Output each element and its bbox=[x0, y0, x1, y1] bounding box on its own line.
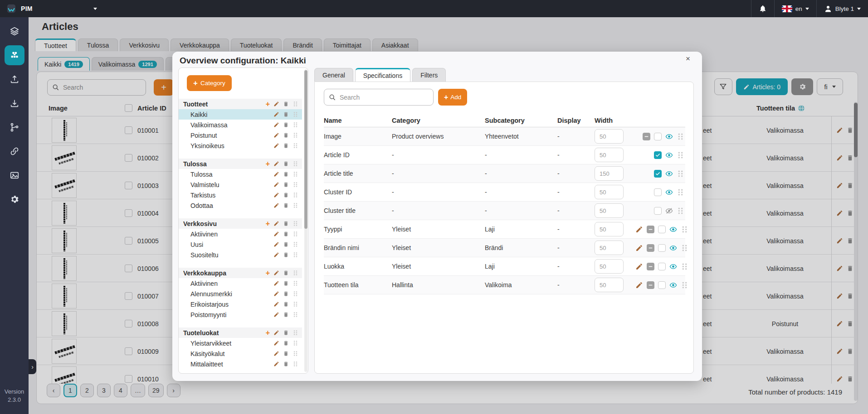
trash-icon[interactable] bbox=[283, 252, 289, 258]
tree-item-odottaa[interactable]: Odottaa bbox=[179, 200, 302, 211]
pencil-icon[interactable] bbox=[273, 171, 279, 177]
trash-icon[interactable] bbox=[283, 182, 289, 188]
trash-icon[interactable] bbox=[283, 111, 289, 117]
trash-icon[interactable] bbox=[283, 270, 289, 276]
drag-icon[interactable] bbox=[293, 231, 298, 237]
drag-icon[interactable] bbox=[293, 301, 298, 307]
modal-tab-general[interactable]: General bbox=[314, 68, 353, 82]
empty-checkbox[interactable] bbox=[654, 207, 662, 215]
add-subcategory-icon[interactable]: + bbox=[266, 101, 270, 107]
sidebar-item-download[interactable] bbox=[5, 93, 24, 113]
eye-icon[interactable] bbox=[669, 226, 677, 233]
drag-icon[interactable] bbox=[293, 312, 298, 318]
pencil-icon[interactable] bbox=[273, 161, 279, 167]
width-input[interactable] bbox=[595, 203, 624, 218]
drag-icon[interactable] bbox=[293, 330, 298, 336]
drag-icon[interactable] bbox=[293, 171, 298, 177]
drag-icon[interactable] bbox=[677, 133, 684, 140]
tree-item-alennusmerkki[interactable]: Alennusmerkki bbox=[179, 289, 302, 299]
trash-icon[interactable] bbox=[283, 192, 289, 198]
add-specification-button[interactable]: + Add bbox=[438, 89, 467, 106]
pencil-icon[interactable] bbox=[273, 291, 279, 297]
sidebar-item-workflow[interactable] bbox=[5, 117, 24, 137]
pencil-icon[interactable] bbox=[273, 301, 279, 307]
drag-icon[interactable] bbox=[293, 132, 298, 138]
user-menu[interactable]: Blyte 1 bbox=[816, 0, 868, 17]
drag-icon[interactable] bbox=[677, 170, 684, 178]
drag-icon[interactable] bbox=[681, 244, 688, 252]
pencil-icon[interactable] bbox=[273, 312, 279, 318]
width-input[interactable] bbox=[595, 241, 624, 255]
drag-icon[interactable] bbox=[293, 122, 298, 128]
tree-item-aktiivinen[interactable]: Aktiivinen bbox=[179, 278, 302, 289]
pencil-icon[interactable] bbox=[273, 192, 279, 198]
pencil-icon[interactable] bbox=[273, 143, 279, 149]
width-input[interactable] bbox=[595, 166, 624, 181]
eye-icon[interactable] bbox=[669, 244, 677, 252]
tree-item-tarkistus[interactable]: Tarkistus bbox=[179, 190, 302, 200]
trash-icon[interactable] bbox=[283, 132, 289, 138]
pencil-icon[interactable] bbox=[273, 351, 279, 356]
drag-icon[interactable] bbox=[293, 280, 298, 286]
tree-item-valmistelu[interactable]: Valmistelu bbox=[179, 179, 302, 190]
pencil-icon[interactable] bbox=[273, 280, 279, 286]
trash-icon[interactable] bbox=[283, 101, 289, 107]
drag-icon[interactable] bbox=[293, 101, 298, 107]
pencil-icon[interactable] bbox=[273, 241, 279, 247]
sidebar-item-media[interactable] bbox=[5, 165, 24, 185]
indeterminate-checkbox[interactable] bbox=[647, 226, 654, 233]
drag-icon[interactable] bbox=[293, 192, 298, 198]
checked-checkbox[interactable] bbox=[654, 151, 662, 159]
empty-checkbox[interactable] bbox=[658, 226, 666, 233]
drag-icon[interactable] bbox=[677, 151, 684, 159]
trash-icon[interactable] bbox=[283, 312, 289, 318]
width-input[interactable] bbox=[595, 129, 624, 144]
trash-icon[interactable] bbox=[283, 330, 289, 336]
modal-tab-filters[interactable]: Filters bbox=[412, 68, 446, 82]
drag-icon[interactable] bbox=[293, 111, 298, 117]
add-category-button[interactable]: + Category bbox=[187, 75, 232, 91]
trash-icon[interactable] bbox=[283, 280, 289, 286]
spec-search[interactable] bbox=[324, 89, 434, 106]
pencil-icon[interactable] bbox=[273, 252, 279, 258]
spec-search-input[interactable] bbox=[340, 94, 408, 101]
app-brand[interactable]: PIM bbox=[0, 4, 93, 14]
tree-item-valikoimassa[interactable]: Valikoimassa bbox=[179, 120, 302, 130]
tree-item-kaikki[interactable]: Kaikki bbox=[179, 109, 302, 120]
pencil-icon[interactable] bbox=[273, 132, 279, 138]
checked-checkbox[interactable] bbox=[654, 170, 662, 178]
eye-icon[interactable] bbox=[665, 170, 673, 178]
pencil-icon[interactable] bbox=[273, 101, 279, 107]
trash-icon[interactable] bbox=[283, 171, 289, 177]
tree-item-poistomyynti[interactable]: Poistomyynti bbox=[179, 309, 302, 320]
empty-checkbox[interactable] bbox=[658, 244, 666, 252]
tree-item-tulossa[interactable]: Tulossa bbox=[179, 169, 302, 179]
add-subcategory-icon[interactable]: + bbox=[266, 270, 270, 276]
drag-icon[interactable] bbox=[293, 202, 298, 208]
drag-icon[interactable] bbox=[681, 281, 688, 289]
close-icon[interactable]: × bbox=[686, 54, 690, 63]
empty-checkbox[interactable] bbox=[654, 133, 662, 140]
tree-item-uusi[interactable]: Uusi bbox=[179, 239, 302, 250]
pencil-icon[interactable] bbox=[273, 202, 279, 208]
tree-item-mittalaitteet[interactable]: Mittalaitteet bbox=[179, 359, 302, 369]
drag-icon[interactable] bbox=[293, 143, 298, 149]
pencil-icon[interactable] bbox=[273, 122, 279, 128]
pencil-icon[interactable] bbox=[635, 244, 643, 252]
drag-icon[interactable] bbox=[293, 241, 298, 247]
trash-icon[interactable] bbox=[283, 340, 289, 346]
empty-checkbox[interactable] bbox=[658, 263, 666, 270]
tree-item-aktiivinen[interactable]: Aktiivinen bbox=[179, 229, 302, 239]
app-menu-caret-icon[interactable] bbox=[93, 8, 97, 10]
drag-icon[interactable] bbox=[293, 270, 298, 276]
drag-icon[interactable] bbox=[293, 351, 298, 356]
pencil-icon[interactable] bbox=[273, 361, 279, 367]
drag-icon[interactable] bbox=[293, 221, 298, 226]
tree-group-tuotteet[interactable]: Tuotteet+ bbox=[179, 99, 302, 109]
indeterminate-checkbox[interactable] bbox=[647, 244, 654, 252]
tree-item-yksinoikeus[interactable]: Yksinoikeus bbox=[179, 140, 302, 151]
drag-icon[interactable] bbox=[681, 263, 688, 270]
tree-group-tulossa[interactable]: Tulossa+ bbox=[179, 159, 302, 169]
drag-icon[interactable] bbox=[681, 226, 688, 233]
sidebar-item-upload[interactable] bbox=[5, 69, 24, 89]
